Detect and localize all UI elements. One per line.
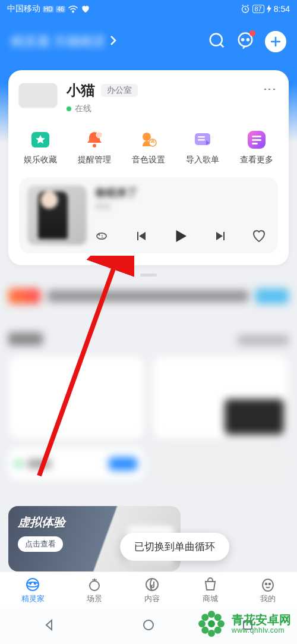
device-status: 在线 xyxy=(75,103,91,114)
svg-point-8 xyxy=(96,132,102,138)
svg-point-31 xyxy=(208,620,215,627)
main-scroll-area[interactable]: 小猫 办公室 在线 ⋮ 娱乐收藏 提醒管理 xyxy=(0,65,297,571)
album-art[interactable] xyxy=(27,186,87,245)
play-icon[interactable] xyxy=(172,227,189,245)
quick-action-voice[interactable]: 音色设置 xyxy=(129,130,168,165)
quick-label: 导入歌单 xyxy=(186,155,219,165)
playlist-icon xyxy=(192,130,213,150)
messages-icon[interactable] xyxy=(236,32,254,52)
device-name: 小猫 xyxy=(67,81,95,100)
search-icon[interactable] xyxy=(208,32,226,52)
watermark-brand: 青花安卓网 xyxy=(232,613,291,627)
tab-label: 商城 xyxy=(203,593,218,604)
svg-point-5 xyxy=(247,39,249,40)
feed-cards xyxy=(8,356,289,480)
tab-label: 我的 xyxy=(260,593,276,604)
watermark-logo-icon xyxy=(196,608,227,639)
svg-rect-15 xyxy=(252,136,261,137)
header-title-dropdown[interactable]: 精灵屋 天猫精灵 xyxy=(11,33,116,51)
quick-actions-row: 娱乐收藏 提醒管理 音色设置 导入歌单 xyxy=(19,130,278,165)
device-image xyxy=(19,83,57,107)
svg-rect-13 xyxy=(198,139,205,141)
quick-label: 查看更多 xyxy=(240,155,273,165)
quick-action-more[interactable]: 查看更多 xyxy=(238,130,276,165)
favorite-icon[interactable] xyxy=(252,229,266,243)
quick-label: 音色设置 xyxy=(132,155,165,165)
tab-me[interactable]: 我的 xyxy=(260,577,276,604)
bottom-tab-bar: 精灵家 场景 内容 商城 我的 xyxy=(0,571,297,608)
track-title: 春眠来了 xyxy=(95,186,270,200)
vx-cta-button[interactable]: 点击查看 xyxy=(18,536,63,552)
svg-point-23 xyxy=(34,582,36,584)
svg-rect-16 xyxy=(252,139,261,141)
feed-section-header xyxy=(8,332,289,345)
alarm-icon xyxy=(241,4,250,14)
svg-point-0 xyxy=(72,11,73,12)
heart-icon xyxy=(81,5,90,13)
svg-point-28 xyxy=(269,583,271,585)
add-button[interactable] xyxy=(265,31,286,52)
svg-text:1: 1 xyxy=(101,234,104,239)
battery-pct: 87 xyxy=(252,5,264,13)
hd-badge: HD xyxy=(43,6,53,12)
tab-label: 精灵家 xyxy=(21,593,45,604)
tab-home[interactable]: 精灵家 xyxy=(21,577,45,604)
svg-point-7 xyxy=(93,144,96,147)
online-dot-icon xyxy=(67,106,71,111)
tab-label: 内容 xyxy=(144,593,160,604)
svg-point-20 xyxy=(27,579,39,590)
header-title-text: 精灵屋 天猫精灵 xyxy=(11,33,106,51)
quick-action-import-playlist[interactable]: 导入歌单 xyxy=(184,130,222,165)
svg-point-22 xyxy=(30,582,31,584)
svg-point-21 xyxy=(27,582,39,587)
device-room-badge[interactable]: 办公室 xyxy=(101,84,138,97)
svg-point-24 xyxy=(90,581,99,590)
tab-scene[interactable]: 场景 xyxy=(87,577,102,604)
svg-point-9 xyxy=(143,133,151,141)
voice-icon xyxy=(138,130,159,150)
clock-label: 8:54 xyxy=(274,4,290,14)
wifi-icon xyxy=(68,5,78,13)
tab-shop[interactable]: 商城 xyxy=(203,577,218,604)
svg-point-25 xyxy=(146,579,158,590)
quick-action-favorites[interactable]: 娱乐收藏 xyxy=(21,130,59,165)
music-player-card: 春眠来了 未知 1 xyxy=(19,177,278,253)
watermark: 青花安卓网 www.qhhlv.com xyxy=(190,604,297,644)
track-subtitle: 未知 xyxy=(95,201,270,212)
svg-point-4 xyxy=(242,39,244,40)
battery-icon xyxy=(267,5,271,13)
watermark-url: www.qhhlv.com xyxy=(232,627,291,635)
svg-point-26 xyxy=(263,579,273,591)
toast-message: 已切换到单曲循环 xyxy=(120,533,229,561)
feed-announcement[interactable] xyxy=(8,288,289,304)
chevron-right-icon xyxy=(109,35,116,49)
network-badge: 46 xyxy=(56,6,65,12)
svg-point-27 xyxy=(266,583,267,585)
quick-label: 提醒管理 xyxy=(78,155,111,165)
more-icon[interactable]: ⋮ xyxy=(262,80,277,98)
next-track-icon[interactable] xyxy=(214,229,228,243)
tab-content[interactable]: 内容 xyxy=(144,577,160,604)
quick-label: 娱乐收藏 xyxy=(24,155,57,165)
svg-point-3 xyxy=(239,33,252,47)
quick-action-reminders[interactable]: 提醒管理 xyxy=(75,130,113,165)
feed-card[interactable] xyxy=(8,356,144,439)
app-header: 精灵屋 天猫精灵 xyxy=(0,18,297,65)
bell-icon xyxy=(84,130,105,150)
carrier-label: 中国移动 xyxy=(7,4,40,14)
feed-card-small[interactable] xyxy=(153,448,289,480)
svg-rect-12 xyxy=(198,136,205,138)
more-grid-icon xyxy=(247,130,267,150)
nav-home-icon[interactable] xyxy=(141,618,156,634)
svg-rect-17 xyxy=(252,143,258,144)
drag-handle[interactable] xyxy=(140,274,157,277)
status-bar: 中国移动 HD 46 87 8:54 xyxy=(0,0,297,18)
nav-back-icon[interactable] xyxy=(42,618,56,634)
feed-device-card[interactable] xyxy=(8,448,144,480)
vx-title: 虚拟体验 xyxy=(18,514,171,530)
previous-track-icon[interactable] xyxy=(134,229,148,243)
device-card: 小猫 办公室 在线 ⋮ 娱乐收藏 提醒管理 xyxy=(8,70,289,265)
repeat-one-icon[interactable]: 1 xyxy=(95,229,109,243)
feed-card[interactable] xyxy=(153,356,289,439)
svg-point-29 xyxy=(144,620,153,630)
